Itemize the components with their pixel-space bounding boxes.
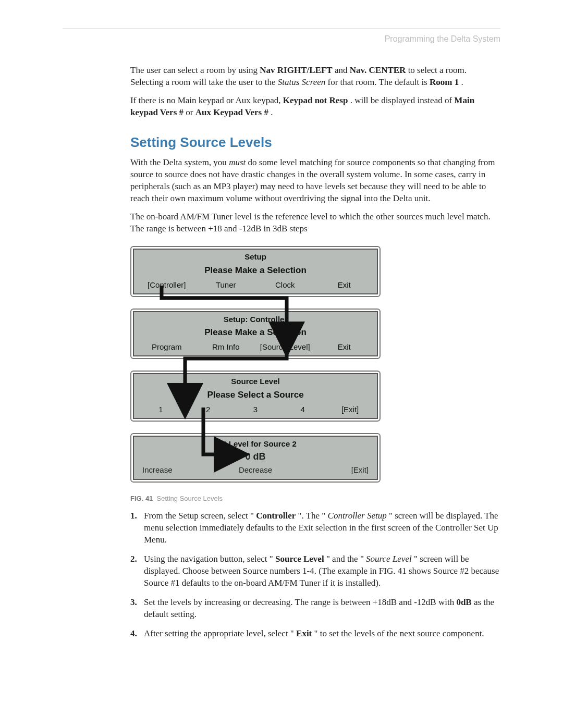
- lcd-inner: Setup: Controller Please Make a Selectio…: [133, 311, 378, 356]
- nav-right-left: Nav RIGHT/LEFT: [260, 65, 332, 75]
- controller: Controller: [256, 511, 296, 521]
- figure-screens: Setup Please Make a Selection [Controlle…: [130, 246, 381, 482]
- text: From the Setup screen, select ": [144, 511, 254, 521]
- text: and: [335, 65, 350, 75]
- room-1: Room 1: [430, 77, 459, 87]
- lcd-title: Setup: Controller: [137, 314, 374, 325]
- lcd-title: Source Level: [137, 376, 374, 387]
- aux-keypad-vers: Aux Keypad Vers #: [195, 107, 268, 117]
- text: or: [186, 107, 195, 117]
- nav-center: Nav. CENTER: [350, 65, 406, 75]
- running-header: Programming the Delta System: [63, 34, 500, 44]
- lcd-prompt: Please Make a Selection: [137, 265, 374, 277]
- text: " to set the levels of the next source c…: [314, 628, 484, 638]
- status-screen: Status Screen: [278, 77, 325, 87]
- text: With the Delta system, you: [130, 157, 229, 167]
- opt-rm-info: Rm Info: [197, 342, 256, 352]
- opt-exit: Exit: [315, 342, 374, 352]
- section-heading: Setting Source Levels: [130, 133, 500, 152]
- opt-source-level: [Source Level]: [255, 342, 315, 352]
- lcd-setup-controller: Setup: Controller Please Make a Selectio…: [130, 309, 381, 359]
- keypad-not-resp: Keypad not Resp: [283, 95, 348, 105]
- text: . will be displayed instead of: [350, 95, 455, 105]
- intro-p2: If there is no Main keypad or Aux keypad…: [130, 95, 500, 119]
- source-level-screen: Source Level: [366, 554, 412, 564]
- figure-text: Setting Source Levels: [157, 495, 223, 502]
- text: .: [271, 107, 273, 117]
- text: If there is no Main keypad or Aux keypad…: [130, 95, 283, 105]
- source-level: Source Level: [275, 554, 324, 564]
- zero-db: 0dB: [456, 597, 471, 607]
- intro-p1: The user can select a room by using Nav …: [130, 65, 500, 89]
- text: The user can select a room by using: [130, 65, 260, 75]
- lcd-prompt: Please Select a Source: [137, 389, 374, 401]
- lcd-inner: Set Level for Source 2 0 dB Increase Dec…: [133, 436, 378, 480]
- opt-exit: [Exit]: [326, 404, 374, 415]
- text: for that room. The default is: [327, 77, 430, 87]
- opt-exit: [Exit]: [293, 465, 374, 475]
- opt-3: 3: [232, 404, 279, 415]
- lcd-inner: Source Level Please Select a Source 1 2 …: [133, 373, 378, 418]
- lcd-menu-row: Program Rm Info [Source Level] Exit: [137, 342, 374, 352]
- lcd-set-level: Set Level for Source 2 0 dB Increase Dec…: [130, 433, 381, 483]
- text: Set the levels by increasing or decreasi…: [144, 597, 456, 607]
- opt-decrease: Decrease: [218, 465, 293, 475]
- body-column: The user can select a room by using Nav …: [130, 65, 500, 640]
- steps-list: From the Setup screen, select " Controll…: [130, 510, 500, 639]
- lcd-title: Set Level for Source 2: [137, 439, 374, 449]
- opt-2: 2: [185, 404, 232, 415]
- text: Using the navigation button, select ": [144, 554, 273, 564]
- lcd-menu-row: 1 2 3 4 [Exit]: [137, 404, 374, 415]
- level-value: 0 dB: [137, 450, 374, 463]
- lcd-prompt: Please Make a Selection: [137, 327, 374, 339]
- lcd-menu-row: Increase Decrease [Exit]: [137, 465, 374, 475]
- page: Programming the Delta System The user ca…: [0, 0, 563, 663]
- opt-clock: Clock: [255, 280, 315, 290]
- text: " and the ": [326, 554, 364, 564]
- figure-caption: FIG. 41 Setting Source Levels: [130, 494, 500, 503]
- opt-program: Program: [137, 342, 197, 352]
- top-rule: [63, 29, 500, 29]
- opt-tuner: Tuner: [197, 280, 256, 290]
- lcd-setup: Setup Please Make a Selection [Controlle…: [130, 246, 381, 297]
- opt-1: 1: [137, 404, 185, 415]
- opt-controller: [Controller]: [137, 280, 197, 290]
- text: After setting the appropriate level, sel…: [144, 628, 294, 638]
- opt-increase: Increase: [137, 465, 218, 475]
- text: .: [461, 77, 463, 87]
- body-p1: With the Delta system, you must do some …: [130, 157, 500, 205]
- opt-4: 4: [279, 404, 326, 415]
- text: ". The ": [298, 511, 326, 521]
- step-3: Set the levels by increasing or decreasi…: [130, 597, 500, 621]
- must: must: [229, 157, 246, 167]
- body-p2: The on-board AM/FM Tuner level is the re…: [130, 211, 500, 235]
- controller-setup: Controller Setup: [328, 511, 387, 521]
- figure-label: FIG. 41: [130, 495, 153, 502]
- lcd-title: Setup: [137, 252, 374, 262]
- step-2: Using the navigation button, select " So…: [130, 553, 500, 589]
- lcd-source-level: Source Level Please Select a Source 1 2 …: [130, 371, 381, 421]
- lcd-menu-row: [Controller] Tuner Clock Exit: [137, 280, 374, 290]
- exit: Exit: [296, 628, 312, 638]
- opt-exit: Exit: [315, 280, 374, 290]
- step-1: From the Setup screen, select " Controll…: [130, 510, 500, 546]
- step-4: After setting the appropriate level, sel…: [130, 628, 500, 640]
- lcd-inner: Setup Please Make a Selection [Controlle…: [133, 249, 378, 294]
